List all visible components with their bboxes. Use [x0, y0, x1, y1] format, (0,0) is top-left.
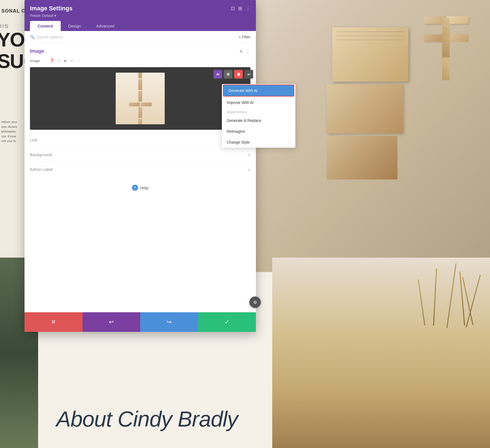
reset-icon: ↩ — [247, 72, 250, 76]
cancel-button[interactable]: ✕ — [24, 312, 82, 332]
help-field-icon[interactable]: ❓ — [50, 58, 54, 63]
jenga-preview — [116, 73, 165, 124]
admin-label-expand-icon: ∨ — [248, 167, 250, 172]
admin-label-header[interactable]: Admin Label ∨ — [24, 162, 256, 177]
filter-button[interactable]: + Filter — [239, 35, 250, 39]
image-settings-panel: Image Settings ⊡ ⊞ ⋮ Preset: Default ▾ C… — [24, 0, 256, 332]
admin-label-section: Admin Label ∨ — [24, 162, 256, 177]
image-section-header: Image ∧ ⋮ — [24, 43, 256, 57]
dropdown-generate-replace[interactable]: Generate & Replace — [222, 115, 295, 126]
ai-toolbar: AI ⚙ 🗑 ↩ Generate With AI — [213, 70, 253, 79]
change-style-label: Change Style — [227, 140, 250, 144]
more-icon[interactable]: ⋮ — [246, 5, 250, 11]
ai-reset-btn[interactable]: ↩ — [244, 70, 253, 79]
link-section: Link ∨ — [24, 132, 256, 147]
dropdown-quick-actions-header: Quick Actions — [222, 108, 295, 115]
ai-delete-btn[interactable]: 🗑 — [234, 70, 243, 79]
image-preview-area: AI ⚙ 🗑 ↩ Generate With AI — [30, 67, 250, 130]
undo-button[interactable]: ↩ — [82, 312, 140, 332]
tab-design[interactable]: Design — [61, 21, 89, 31]
panel-header: Image Settings ⊡ ⊞ ⋮ Preset: Default ▾ C… — [24, 0, 256, 31]
panel-tabs: Content Design Advanced — [30, 21, 250, 31]
reset-field-icon[interactable]: ↩ — [71, 58, 74, 63]
section-controls: ∧ ⋮ — [239, 48, 250, 54]
panel-header-top: Image Settings ⊡ ⊞ ⋮ — [30, 5, 250, 12]
background-title: Background — [30, 152, 52, 157]
preview-image — [116, 73, 165, 124]
confirm-icon: ✓ — [225, 319, 229, 326]
more-field-icon[interactable]: ⋮ — [77, 58, 81, 63]
filter-label: + Filter — [239, 35, 250, 39]
floating-settings-fab[interactable]: ⚙ — [249, 296, 261, 308]
trash-icon: 🗑 — [237, 72, 240, 76]
admin-label-title: Admin Label — [30, 167, 53, 172]
search-input-wrap[interactable]: 🔍 Search Options — [30, 35, 63, 39]
panel-body: 🔍 Search Options + Filter Image ∧ ⋮ Imag… — [24, 31, 256, 199]
bottom-action-bar: ✕ ↩ ↪ ✓ — [24, 312, 256, 332]
ai-generate-btn[interactable]: AI — [213, 70, 222, 79]
help-label: Help — [140, 186, 149, 190]
tab-advanced[interactable]: Advanced — [88, 21, 122, 31]
dropdown-improve-with-ai[interactable]: Improve With AI — [222, 97, 295, 108]
generate-replace-label: Generate & Replace — [227, 118, 261, 123]
link-section-header[interactable]: Link ∨ — [24, 133, 256, 147]
settings-fab-icon: ⚙ — [253, 300, 257, 305]
dropdown-change-style[interactable]: Change Style › — [222, 137, 295, 148]
image-field-row: Image ❓ ☐ ▶ ↩ ⋮ — [24, 57, 256, 64]
dropdown-generate-with-ai[interactable]: Generate With AI — [223, 85, 294, 97]
redo-icon: ↪ — [167, 319, 171, 326]
panel-title: Image Settings — [30, 5, 72, 12]
panel-header-icons: ⊡ ⊞ ⋮ — [231, 5, 250, 11]
about-cindy-text: About Cindy Bradly — [38, 407, 256, 432]
ai-dropdown-menu: Generate With AI Improve With AI Quick A… — [222, 84, 295, 148]
search-icon: 🔍 — [30, 35, 35, 39]
dropdown-reimagine[interactable]: Reimagine — [222, 126, 295, 137]
confirm-button[interactable]: ✓ — [198, 312, 256, 332]
generate-with-ai-label: Generate With AI — [228, 88, 258, 93]
bg-about-section: About Cindy Bradly — [38, 407, 256, 432]
image-section-title: Image — [30, 48, 44, 54]
background-section-header[interactable]: Background ∨ — [24, 147, 256, 162]
undo-icon: ↩ — [109, 319, 114, 326]
mobile-field-icon[interactable]: ☐ — [57, 58, 61, 63]
link-title: Link — [30, 138, 38, 142]
image-field-label: Image — [30, 59, 46, 63]
improve-with-ai-label: Improve With AI — [227, 100, 254, 105]
help-circle-icon: ? — [132, 185, 138, 191]
tab-content[interactable]: Content — [30, 21, 61, 31]
bg-grass-area — [272, 258, 490, 448]
help-section: ? Help — [24, 177, 256, 199]
ai-settings-btn[interactable]: ⚙ — [224, 70, 232, 79]
crop-icon[interactable]: ⊡ — [231, 5, 235, 11]
search-bar: 🔍 Search Options + Filter — [24, 31, 256, 43]
help-button[interactable]: ? Help — [132, 185, 149, 191]
collapse-icon[interactable]: ∧ — [239, 48, 243, 54]
redo-button[interactable]: ↪ — [140, 312, 198, 332]
reimagine-label: Reimagine — [227, 129, 245, 134]
pointer-field-icon[interactable]: ▶ — [64, 58, 67, 63]
search-placeholder: Search Options — [37, 35, 63, 39]
cancel-icon: ✕ — [51, 319, 56, 326]
gear-icon: ⚙ — [226, 72, 230, 76]
ai-label: AI — [216, 73, 219, 76]
change-style-chevron: › — [289, 140, 290, 144]
background-expand-icon: ∨ — [248, 153, 250, 157]
layout-icon[interactable]: ⊞ — [238, 5, 242, 11]
section-more-icon[interactable]: ⋮ — [246, 48, 250, 54]
preset-selector[interactable]: Preset: Default ▾ — [30, 14, 250, 18]
background-section: Background ∨ — [24, 147, 256, 162]
